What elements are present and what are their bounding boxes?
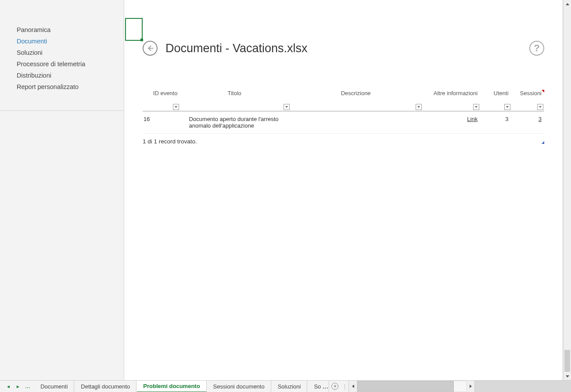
tab-nav-more[interactable]: ... [25,384,30,389]
col-label: Sessioni [520,90,542,96]
sidebar-item-processore-telemetria[interactable]: Processore di telemetria [0,58,124,70]
filter-button[interactable] [284,104,290,110]
back-button[interactable] [143,41,158,56]
sidebar-lower [0,111,124,380]
cell-title: Documento aperto durante l'arresto anoma… [180,111,290,133]
col-title: Titolo [180,90,290,111]
sheet-tab-problemi-documento[interactable]: Problemi documento [136,381,206,392]
sheet-tab-soluzioni[interactable]: Soluzioni [271,381,308,392]
cell-description [291,111,423,133]
filter-button[interactable] [504,104,510,110]
sidebar-item-panoramica[interactable]: Panoramica [0,24,124,36]
main-content: Documenti - Vacations.xlsx ? ID evento T… [124,0,563,380]
comment-indicator-icon [542,90,544,93]
tab-nav-next[interactable]: ► [16,384,20,389]
table-row[interactable]: 16 Documento aperto durante l'arresto an… [143,111,544,133]
scroll-down-button[interactable] [564,372,571,380]
sidebar-item-report-personalizzato[interactable]: Report personalizzato [0,81,124,93]
hscroll-spacer [474,381,571,392]
cell-users: 3 [480,111,511,133]
scroll-track[interactable] [564,8,571,372]
cell-more-info: Link [423,111,480,133]
sidebar-item-soluzioni[interactable]: Soluzioni [0,47,124,58]
col-label: Descrizione [291,90,420,96]
scroll-left-button[interactable] [349,381,357,392]
add-sheet-button[interactable]: + [329,381,341,392]
sheet-tab-bar: ◄ ► ... Documenti Dettagli documento Pro… [0,380,571,392]
sidebar-item-distribuzioni[interactable]: Distribuzioni [0,70,124,81]
sheet-tab-dettagli-documento[interactable]: Dettagli documento [74,381,136,392]
sidebar-item-documenti[interactable]: Documenti [0,36,124,47]
col-label: Titolo [181,90,287,96]
col-label: ID evento [153,90,178,96]
question-icon: ? [534,43,539,54]
horizontal-scrollbar[interactable] [348,381,571,392]
plus-icon: + [331,383,338,390]
more-info-link[interactable]: Link [467,116,478,122]
tab-nav-prev[interactable]: ◄ [6,384,11,389]
filter-button[interactable] [416,104,422,110]
sheet-tab-documenti[interactable]: Documenti [34,381,74,392]
col-label: Utenti [494,90,509,96]
record-count: 1 di 1 record trovato. [143,138,197,145]
tab-nav-controls: ◄ ► ... [0,381,34,392]
sessions-link[interactable]: 3 [539,116,542,122]
col-sessions: Sessioni [511,90,544,111]
filter-button[interactable] [173,104,179,110]
help-button[interactable]: ? [529,41,544,56]
sheet-tab-sessioni-documento[interactable]: Sessioni documento [207,381,271,392]
col-more-info: Altre informazioni [423,90,480,111]
col-event-id: ID evento [143,90,180,111]
table-resize-handle-icon[interactable] [542,141,544,144]
col-label: Altre informazioni [434,90,478,96]
col-description: Descrizione [291,90,423,111]
filter-button[interactable] [537,104,543,110]
sheet-tab-truncated[interactable]: So ... [307,381,329,392]
cell-sessions: 3 [511,111,544,133]
hscroll-thumb[interactable] [357,381,454,392]
col-users: Utenti [480,90,511,111]
ellipsis-icon: ... [323,383,329,390]
arrow-left-icon [146,44,154,52]
tab-label: So [314,383,321,390]
scroll-up-button[interactable] [564,0,571,8]
tab-separator[interactable]: ⋮ [341,381,348,392]
page-title: Documenti - Vacations.xlsx [165,42,308,55]
sidebar: Panoramica Documenti Soluzioni Processor… [0,0,124,111]
cell-event-id: 16 [143,111,180,133]
scroll-thumb[interactable] [564,350,570,372]
active-cell-indicator[interactable] [125,18,143,41]
data-table: ID evento Titolo Descrizione Altre [143,90,544,134]
scroll-right-button[interactable] [467,381,474,392]
filter-button[interactable] [473,104,479,110]
hscroll-track[interactable] [357,381,467,392]
vertical-scrollbar[interactable] [563,0,571,380]
